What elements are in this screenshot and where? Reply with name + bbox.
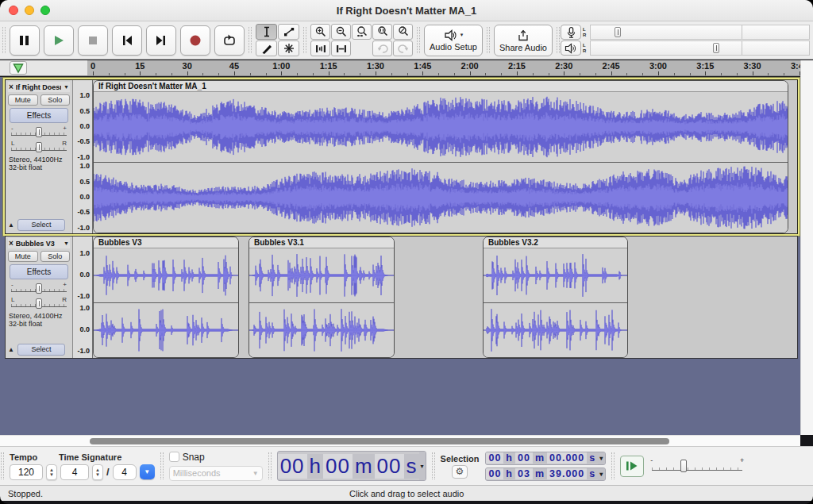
record-button[interactable] <box>180 25 210 56</box>
audio-clip[interactable]: Bubbles V3.2 <box>483 237 628 358</box>
timesig-upper-input[interactable]: 4 <box>60 464 89 480</box>
collapse-track-button[interactable]: ▲ <box>8 346 14 353</box>
select-track-button[interactable]: Select <box>17 219 65 231</box>
pinned-play-head-button[interactable] <box>10 61 27 75</box>
selection-start-display[interactable]: 00h00m00.000s▾ <box>485 452 606 465</box>
loop-button[interactable] <box>214 25 245 56</box>
effects-button[interactable]: Effects <box>10 108 68 123</box>
pan-slider[interactable]: L R <box>10 297 67 310</box>
time-ruler[interactable]: 01530451:001:151:301:452:002:152:302:453… <box>87 60 813 75</box>
track-name[interactable]: If Right Doesn't Matter MA_1 <box>16 83 61 91</box>
waveform-channel[interactable] <box>94 248 238 303</box>
skip-to-end-button[interactable] <box>146 25 176 56</box>
select-track-button[interactable]: Select <box>17 344 65 356</box>
toolbar-grip[interactable] <box>557 27 560 53</box>
gain-slider[interactable]: - + <box>10 282 67 294</box>
vertical-scale-ruler[interactable]: 1.00.0-1.01.00.0-1.0 <box>73 237 93 358</box>
undo-button[interactable] <box>372 40 392 56</box>
redo-button[interactable] <box>393 40 413 56</box>
audio-clip[interactable]: Bubbles V3 <box>93 237 239 358</box>
time-digits[interactable]: 39.000 <box>547 468 587 479</box>
effects-button[interactable]: Effects <box>10 264 68 279</box>
zoom-out-button[interactable] <box>331 24 351 40</box>
snap-checkbox[interactable] <box>169 452 179 462</box>
pan-slider-thumb[interactable] <box>36 298 42 309</box>
audio-position-display[interactable]: 00h00m00s▾ <box>277 451 426 481</box>
tempo-stepper[interactable]: ▲▼ <box>46 464 57 480</box>
mute-button[interactable]: Mute <box>8 94 38 106</box>
waveform-channel[interactable] <box>484 303 627 357</box>
skip-to-start-button[interactable] <box>112 25 142 56</box>
zoom-toggle-button[interactable] <box>393 24 413 40</box>
time-digits[interactable]: 00 <box>515 452 533 464</box>
gain-slider-thumb[interactable] <box>36 127 42 137</box>
time-digits[interactable]: 00 <box>278 454 307 479</box>
toolbar-grip[interactable] <box>611 452 615 479</box>
time-format-caret-icon[interactable]: ▾ <box>598 452 605 464</box>
time-digits[interactable]: 00 <box>375 454 404 479</box>
toolbar-grip[interactable] <box>249 27 252 53</box>
play-at-speed-button[interactable] <box>620 456 644 477</box>
clip-title[interactable]: Bubbles V3 <box>94 237 238 248</box>
close-track-button[interactable]: × <box>9 240 13 248</box>
pause-button[interactable] <box>10 25 40 56</box>
time-digits[interactable]: 03 <box>515 468 533 479</box>
audio-setup-button[interactable]: ▾ Audio Setup <box>424 25 483 56</box>
close-track-button[interactable]: × <box>9 83 13 91</box>
audio-clip[interactable]: Bubbles V3.1 <box>249 237 395 358</box>
track-menu-caret-icon[interactable]: ▼ <box>64 240 69 246</box>
toolbar-grip[interactable] <box>432 452 435 479</box>
track-canvas[interactable]: × If Right Doesn't Matter MA_1 ▼ Mute So… <box>0 77 800 435</box>
share-audio-button[interactable]: Share Audio <box>494 25 553 56</box>
play-button[interactable] <box>44 25 74 56</box>
toolbar-grip[interactable] <box>417 27 420 53</box>
toolbar-grip[interactable] <box>303 27 306 53</box>
pan-slider-thumb[interactable] <box>36 142 42 152</box>
waveform-channel[interactable] <box>249 303 394 357</box>
waveform-channel[interactable] <box>94 92 788 163</box>
toolbar-grip[interactable] <box>160 452 164 479</box>
waveform-channel[interactable] <box>484 248 627 303</box>
playback-volume-slider[interactable] <box>713 43 719 53</box>
solo-button[interactable]: Solo <box>40 251 71 262</box>
selection-settings-button[interactable]: ⚙ <box>452 465 468 479</box>
toolbar-grip[interactable] <box>2 27 6 53</box>
toolbar-grip[interactable] <box>487 27 490 53</box>
time-digits[interactable]: 00.000 <box>547 452 587 464</box>
pan-slider[interactable]: L R <box>10 140 67 153</box>
toolbar-grip[interactable] <box>268 452 272 479</box>
toolbar-grip[interactable] <box>1 452 4 479</box>
waveform-channel[interactable] <box>94 163 788 233</box>
play-speed-slider[interactable]: - + <box>650 456 744 475</box>
horizontal-scrollbar[interactable] <box>0 435 800 446</box>
track-menu-caret-icon[interactable]: ▼ <box>64 84 69 90</box>
time-format-caret-icon[interactable]: ▾ <box>419 452 426 480</box>
playback-level-meter[interactable] <box>590 40 810 56</box>
selection-end-display[interactable]: 00h03m39.000s▾ <box>485 467 606 481</box>
envelope-tool-button[interactable] <box>278 24 299 40</box>
tempo-input[interactable]: 120 <box>10 464 43 480</box>
draw-tool-button[interactable] <box>256 40 277 56</box>
gain-slider-thumb[interactable] <box>36 283 42 294</box>
waveform-channel[interactable] <box>94 303 238 357</box>
speed-slider-thumb[interactable] <box>680 460 687 472</box>
track-name[interactable]: Bubbles V3 <box>16 240 61 248</box>
audio-clip[interactable]: If Right Doesn't Matter MA_1 <box>93 80 788 233</box>
clip-title[interactable]: If Right Doesn't Matter MA_1 <box>94 81 788 92</box>
snap-format-select[interactable]: Milliseconds ▼ <box>169 466 263 481</box>
multi-tool-button[interactable] <box>278 40 299 56</box>
selection-tool-button[interactable] <box>256 24 277 40</box>
trim-audio-button[interactable] <box>310 40 330 56</box>
time-digits[interactable]: 00 <box>486 452 503 464</box>
playback-meter-button[interactable] <box>561 40 581 56</box>
time-digits[interactable]: 00 <box>323 454 353 479</box>
time-format-caret-icon[interactable]: ▾ <box>598 468 605 480</box>
zoom-in-button[interactable] <box>310 24 330 40</box>
solo-button[interactable]: Solo <box>40 94 71 106</box>
waveform-channel[interactable] <box>249 248 394 303</box>
timesig-lower-select[interactable]: 4 <box>113 464 137 480</box>
vertical-scrollbar[interactable] <box>800 60 813 435</box>
collapse-track-button[interactable]: ▲ <box>8 221 14 229</box>
clip-title[interactable]: Bubbles V3.1 <box>249 237 394 248</box>
gain-slider[interactable]: - + <box>10 125 67 138</box>
